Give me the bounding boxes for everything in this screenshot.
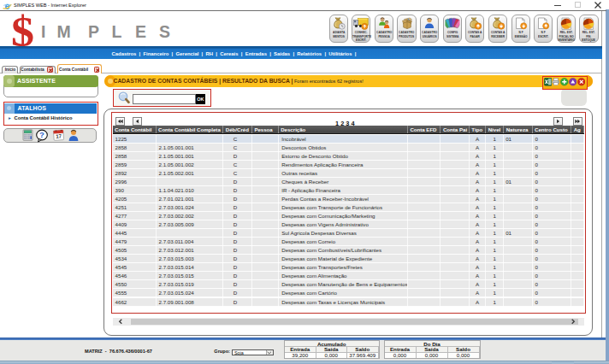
svg-text:17: 17 (56, 133, 62, 138)
svg-text:?: ? (39, 130, 44, 139)
